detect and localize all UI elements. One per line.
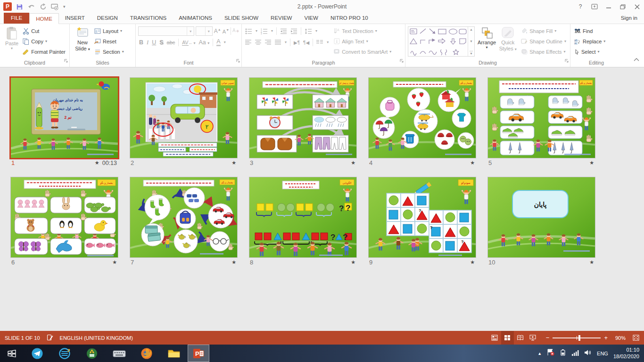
shape-outline-button[interactable]: Shape Outline▾ <box>520 36 568 46</box>
taskbar-telegram-icon[interactable] <box>24 345 51 362</box>
undo-button[interactable] <box>27 4 35 10</box>
slide-show-button[interactable] <box>527 331 539 345</box>
select-button[interactable]: Select▾ <box>573 47 607 57</box>
network-signal-icon[interactable] <box>571 349 579 358</box>
align-right-icon[interactable] <box>265 40 272 45</box>
help-button[interactable]: ? <box>573 0 587 13</box>
arrange-button[interactable]: Arrange▾ <box>478 25 496 49</box>
replace-button[interactable]: abac Replace▾ <box>573 36 607 46</box>
customize-qat-button[interactable]: ▾ <box>63 4 66 9</box>
tab-design[interactable]: DESIGN <box>91 13 124 24</box>
ribbon-display-options-button[interactable] <box>587 0 602 13</box>
layout-button[interactable]: Layout▾ <box>93 26 125 36</box>
start-from-beginning-button[interactable] <box>51 3 59 10</box>
slide-thumbnail-7[interactable]: بشمار و بگو <box>130 177 237 257</box>
format-painter-button[interactable]: Format Painter <box>21 47 67 57</box>
paragraph-dialog-launcher[interactable] <box>400 57 404 65</box>
line-spacing-icon[interactable] <box>305 28 312 34</box>
decrease-indent-icon[interactable] <box>280 28 287 34</box>
slide-thumbnail-5[interactable]: بشمار و بگو <box>488 78 595 158</box>
reading-view-button[interactable] <box>514 331 527 345</box>
tab-file[interactable]: FILE <box>4 13 29 24</box>
language-indicator[interactable]: ENGLISH (UNITED KINGDOM) <box>60 335 133 341</box>
font-size-combo[interactable]: ▾ <box>196 26 213 36</box>
taskbar-powerpoint-icon[interactable]: P <box>188 345 209 362</box>
underline-button[interactable]: U <box>152 39 156 46</box>
convert-smartart-button[interactable]: Convert to SmartArt▾ <box>332 47 393 57</box>
numbering-icon[interactable]: 123 <box>261 28 268 34</box>
paste-button[interactable]: Paste▾ <box>2 25 21 50</box>
minimize-button[interactable] <box>602 0 616 13</box>
taskbar-idm-icon[interactable] <box>78 345 106 362</box>
character-spacing-button[interactable]: AV↔ ▾ <box>182 40 195 45</box>
slide-thumbnail-10[interactable]: پایان <box>488 177 595 257</box>
tab-insert[interactable]: INSERT <box>59 13 91 24</box>
tab-nitro-pro[interactable]: NITRO PRO 10 <box>324 13 374 24</box>
tab-slideshow[interactable]: SLIDE SHOW <box>218 13 264 24</box>
strikethrough-button[interactable]: abc <box>167 40 175 45</box>
zoom-out-button[interactable]: − <box>546 334 550 341</box>
bold-button[interactable]: B <box>139 39 143 46</box>
taskbar-firefox-icon[interactable] <box>133 345 160 362</box>
zoom-slider[interactable] <box>553 337 601 338</box>
slide-sorter-view-button[interactable] <box>501 331 514 345</box>
tab-home[interactable]: HOME <box>29 13 59 24</box>
fit-slide-to-window-button[interactable] <box>629 331 642 345</box>
text-shadow-button[interactable]: S <box>159 39 163 46</box>
shrink-font-button[interactable]: A▼ <box>223 28 229 34</box>
collapse-ribbon-button[interactable] <box>634 55 639 63</box>
zoom-slider-thumb[interactable] <box>578 335 580 341</box>
shapes-gallery-scrollbar[interactable]: ▲▼▼ <box>468 27 474 56</box>
slide-thumbnail-1[interactable]: به نام خدای مهربان ریاضی اول دبستان تم 2 <box>11 78 118 158</box>
clipboard-dialog-launcher[interactable] <box>64 57 68 65</box>
zoom-in-button[interactable]: + <box>604 334 608 341</box>
taskbar-clock[interactable]: 01:10 18/02/2020 <box>613 347 639 360</box>
justify-icon[interactable] <box>275 40 281 45</box>
align-center-icon[interactable] <box>255 40 262 45</box>
taskbar-internet-explorer-icon[interactable] <box>51 345 78 362</box>
bullets-icon[interactable] <box>245 28 252 34</box>
battery-icon[interactable] <box>560 349 566 358</box>
find-button[interactable]: Find <box>573 26 607 36</box>
reset-button[interactable]: Reset <box>93 36 125 46</box>
shape-fill-button[interactable]: Shape Fill▾ <box>520 26 568 36</box>
normal-view-button[interactable] <box>488 331 501 345</box>
repeat-button[interactable] <box>40 3 47 10</box>
section-button[interactable]: Section▾ <box>93 47 125 57</box>
tray-expand-icon[interactable]: ▲ <box>537 351 542 356</box>
start-button[interactable] <box>0 345 24 362</box>
taskbar-keyboard-icon[interactable] <box>106 345 133 362</box>
slide-thumbnail-4[interactable]: بشمار و بگو <box>369 78 476 158</box>
tab-view[interactable]: VIEW <box>298 13 324 24</box>
cut-button[interactable]: Cut <box>21 26 67 36</box>
text-direction-button[interactable]: A Text Direction▾ <box>332 26 393 36</box>
restore-button[interactable] <box>616 0 630 13</box>
tab-transitions[interactable]: TRANSITIONS <box>124 13 173 24</box>
tab-review[interactable]: REVIEW <box>264 13 298 24</box>
slide-thumbnail-8[interactable]: الگویابی ? <box>249 177 356 257</box>
ltr-direction-icon[interactable]: ▶¶ <box>294 40 300 45</box>
slide-thumbnail-6[interactable]: بشمار و بگو <box>11 177 118 257</box>
volume-icon[interactable] <box>584 349 592 358</box>
italic-button[interactable]: I <box>147 39 149 46</box>
save-button[interactable] <box>16 3 23 10</box>
shape-effects-button[interactable]: Shape Effects▾ <box>520 47 568 57</box>
sign-in-link[interactable]: Sign in <box>621 13 644 24</box>
proofing-icon[interactable] <box>47 334 53 342</box>
slide-sorter-area[interactable]: به نام خدای مهربان ریاضی اول دبستان تم 2 <box>0 67 644 331</box>
new-slide-button[interactable]: New Slide ▾ <box>72 25 93 51</box>
rtl-direction-icon[interactable]: ¶◀ <box>303 40 309 45</box>
font-dialog-launcher[interactable] <box>236 57 240 65</box>
font-name-combo[interactable]: ▾ <box>138 26 194 36</box>
language-switcher[interactable]: ENG <box>597 351 608 356</box>
shapes-gallery[interactable]: ▲▼▼ <box>408 26 475 57</box>
zoom-percentage[interactable]: 90% <box>611 335 626 341</box>
columns-icon[interactable] <box>316 40 323 45</box>
taskbar-file-explorer-icon[interactable] <box>160 345 188 362</box>
align-text-button[interactable]: Align Text▾ <box>332 36 393 46</box>
action-center-icon[interactable] <box>547 349 554 358</box>
drawing-dialog-launcher[interactable] <box>565 57 569 65</box>
clear-formatting-button[interactable]: A <box>232 27 239 35</box>
font-color-button[interactable]: A <box>216 39 220 46</box>
close-button[interactable] <box>630 0 644 13</box>
